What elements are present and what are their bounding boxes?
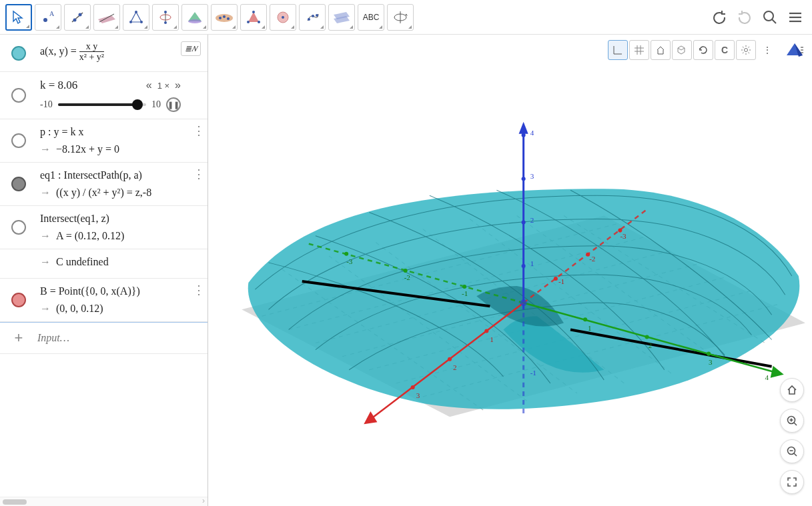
svg-point-83: [554, 277, 558, 281]
graphics-3d-view[interactable]: C ⋮: [208, 35, 812, 506]
svg-point-28: [312, 15, 314, 17]
svg-point-27: [308, 18, 310, 21]
slider-speed[interactable]: 1 ×: [157, 81, 169, 91]
slider-thumb-icon[interactable]: [132, 99, 143, 110]
svg-text:A: A: [49, 10, 55, 17]
visibility-toggle[interactable]: [11, 133, 26, 148]
z-tick: 3: [530, 172, 534, 180]
svg-point-101: [344, 252, 348, 256]
svg-point-0: [43, 18, 47, 22]
main-toolbar: A ABC: [0, 0, 812, 35]
locus-tool[interactable]: [299, 4, 326, 31]
input-row: +: [0, 322, 208, 354]
expression-input[interactable]: [37, 332, 208, 344]
symbolic-toggle[interactable]: ≣𝑁: [181, 41, 201, 56]
svg-text:1: 1: [490, 335, 494, 343]
move-tool[interactable]: [5, 4, 32, 31]
plot-canvas[interactable]: 4 3 2 1 -1 1 2 3 -1 -2 -3: [208, 35, 812, 504]
z-tick: 2: [530, 216, 534, 224]
slider-next-icon[interactable]: »: [175, 79, 181, 91]
fullscreen-icon[interactable]: [780, 470, 804, 494]
svg-point-10: [140, 21, 143, 23]
visibility-toggle[interactable]: [11, 293, 26, 307]
more-icon[interactable]: ⋮: [193, 283, 204, 297]
output: (0, 0, 0.12): [40, 303, 202, 315]
svg-text:2: 2: [453, 363, 457, 371]
svg-text:2: 2: [649, 341, 653, 349]
row-slider-k[interactable]: k = 8.06 « 1 × » -10 10 ❚❚: [0, 72, 208, 119]
zoom-in-icon[interactable]: [780, 409, 804, 433]
visibility-toggle[interactable]: [11, 177, 26, 191]
undo-icon[interactable]: [708, 6, 731, 29]
net-tool[interactable]: [240, 4, 267, 31]
intersect-solid-tool[interactable]: [211, 4, 238, 31]
point-tool[interactable]: A: [35, 4, 61, 31]
visibility-toggle[interactable]: [11, 46, 26, 61]
output: A = (0.12, 0.12): [40, 230, 202, 242]
parallel-planes-tool[interactable]: [328, 4, 355, 31]
algebra-view: a(x, y) = x y x² + y² ≣𝑁 k = 8.06 « 1 × …: [0, 35, 208, 506]
sphere-axis-tool[interactable]: [152, 4, 179, 31]
svg-text:1: 1: [588, 324, 592, 332]
fraction: x y x² + y²: [79, 41, 104, 63]
row-surface-a[interactable]: a(x, y) = x y x² + y² ≣𝑁: [0, 35, 208, 72]
svg-point-22: [252, 11, 255, 13]
menu-icon[interactable]: [784, 6, 807, 29]
slider-prev-icon[interactable]: «: [146, 79, 152, 91]
circle3d-tool[interactable]: [270, 4, 296, 31]
svg-marker-72: [364, 411, 377, 424]
rotate-view-tool[interactable]: [387, 4, 414, 31]
svg-text:4: 4: [765, 373, 769, 381]
row-intersect[interactable]: Intersect(eq1, z) A = (0.12, 0.12): [0, 206, 208, 249]
redo-icon[interactable]: [733, 6, 756, 29]
svg-point-99: [462, 285, 466, 289]
svg-marker-21: [248, 12, 259, 22]
slider-label: k = 8.06: [40, 79, 77, 92]
svg-text:-3: -3: [346, 257, 353, 265]
svg-point-20: [227, 17, 230, 20]
row-point-b[interactable]: ⋮ B = Point({0, 0, x(A)}) (0, 0, 0.12): [0, 279, 208, 322]
home-view-icon[interactable]: [780, 378, 804, 402]
visibility-toggle[interactable]: [11, 220, 26, 235]
svg-point-102: [520, 299, 527, 306]
svg-text:-1: -1: [462, 289, 468, 297]
text-tool-label: ABC: [363, 13, 380, 22]
svg-point-80: [484, 329, 488, 333]
plane-tool[interactable]: [93, 4, 120, 31]
svg-point-100: [404, 269, 408, 273]
svg-marker-65: [519, 122, 528, 134]
add-object-icon[interactable]: +: [0, 329, 37, 347]
zoom-out-icon[interactable]: [780, 439, 804, 463]
svg-text:-1: -1: [558, 277, 564, 285]
text-tool[interactable]: ABC: [358, 4, 384, 31]
svg-marker-5: [98, 15, 115, 23]
search-icon[interactable]: [759, 6, 781, 29]
pyramid-tool[interactable]: [123, 4, 149, 31]
svg-point-3: [73, 18, 77, 21]
svg-point-69: [522, 221, 526, 225]
svg-text:-2: -2: [589, 255, 595, 263]
play-pause-icon[interactable]: ❚❚: [166, 97, 181, 112]
svg-text:3: 3: [416, 391, 420, 399]
slider-track[interactable]: [58, 103, 146, 106]
row-line-p[interactable]: ⋮ p : y = k x −8.12x + y = 0: [0, 119, 208, 163]
def: eq1 : IntersectPath(p, a): [40, 169, 202, 181]
line-tool[interactable]: [64, 4, 91, 31]
svg-text:-2: -2: [404, 273, 410, 281]
row-eq1[interactable]: ⋮ eq1 : IntersectPath(p, a) ((x y) / (x²…: [0, 163, 208, 206]
svg-line-104: [794, 423, 797, 425]
svg-line-108: [794, 453, 797, 456]
view-controls: [780, 378, 804, 494]
svg-point-9: [129, 21, 132, 23]
svg-point-23: [247, 21, 250, 23]
svg-point-19: [223, 15, 226, 18]
visibility-toggle[interactable]: [11, 88, 26, 103]
svg-point-4: [79, 13, 82, 16]
horizontal-scrollbar[interactable]: [0, 497, 208, 506]
svg-point-26: [282, 16, 284, 19]
more-icon[interactable]: ⋮: [193, 167, 204, 181]
more-icon[interactable]: ⋮: [193, 123, 204, 138]
row-c-undefined[interactable]: C undefined: [0, 249, 208, 279]
cone-tool[interactable]: [181, 4, 208, 31]
svg-point-98: [707, 352, 711, 356]
